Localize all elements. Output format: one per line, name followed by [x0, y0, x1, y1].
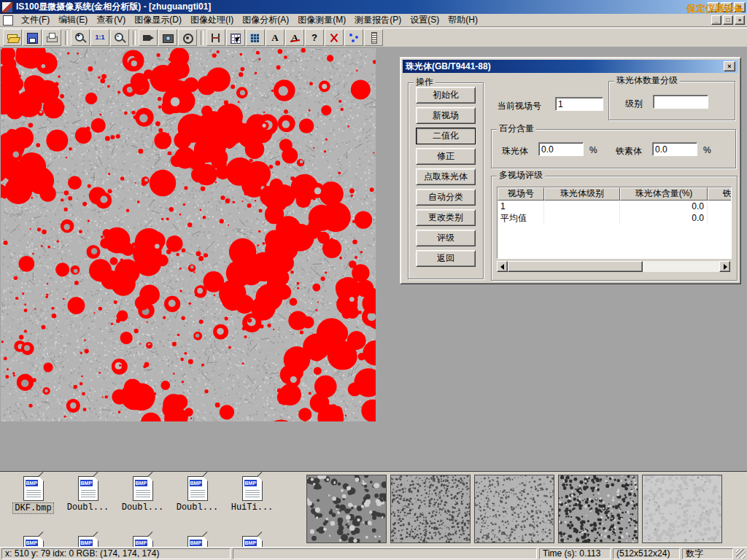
vendor-watermark: 保定仪器设备: [686, 2, 743, 15]
capture-button[interactable]: [158, 29, 177, 46]
resize-grip[interactable]: [736, 549, 746, 559]
percent-group: 百分含量 珠光体 % 铁素体 %: [491, 129, 736, 168]
menu-item-2[interactable]: 查看(V): [92, 13, 130, 27]
menu-item-6[interactable]: 图像测量(M): [293, 13, 350, 27]
table-cell: [708, 212, 732, 224]
thumbnail-3[interactable]: [474, 475, 554, 543]
actual-size-button[interactable]: 1:1: [90, 29, 109, 46]
thumbnail-1[interactable]: [306, 475, 387, 543]
table-cell: [708, 201, 732, 212]
menu-item-4[interactable]: 图像处理(I): [186, 13, 238, 27]
open-folder-button[interactable]: [3, 29, 22, 46]
caliper-button[interactable]: [206, 29, 225, 46]
dialog-title-bar[interactable]: 珠光体(GB/T9441-88) ×: [403, 60, 738, 73]
points-button[interactable]: [344, 29, 363, 46]
cut-button[interactable]: [325, 29, 344, 46]
table-row-0[interactable]: 10.0: [498, 201, 731, 212]
file-item-partial-1[interactable]: BMP: [61, 536, 115, 547]
image-size-status: (512x512x24): [613, 548, 680, 559]
op-button-7[interactable]: 评级: [416, 230, 476, 246]
table-cell: 平均值: [498, 212, 544, 224]
workspace: 珠光体(GB/T9441-88) × 操作 初始化新视场二值化修正点取珠光体自动…: [0, 47, 747, 471]
ferrite-percent-input[interactable]: [652, 142, 697, 156]
bmp-file-icon: BMP: [242, 476, 263, 501]
open-folder-icon: [7, 32, 19, 44]
grade-level-input[interactable]: [653, 95, 708, 109]
grid-pointer-button[interactable]: [226, 29, 245, 46]
toolbar-separator: [65, 31, 68, 45]
video-camera-button[interactable]: [139, 29, 158, 46]
mdi-close-button[interactable]: ×: [735, 15, 745, 25]
op-button-3[interactable]: 修正: [416, 148, 476, 165]
scroll-left-button[interactable]: [497, 261, 508, 272]
menu-item-5[interactable]: 图像分析(A): [238, 13, 293, 27]
menu-item-0[interactable]: 文件(F): [17, 13, 54, 27]
multi-field-group-label: 多视场评级: [497, 171, 545, 180]
grade-level-label: 级别: [625, 98, 643, 110]
pearlite-percent-sign: %: [589, 145, 597, 155]
scroll-right-button[interactable]: [719, 261, 730, 272]
table-horizontal-scrollbar[interactable]: [497, 261, 730, 272]
file-item-4[interactable]: BMPHuiTi...: [225, 476, 279, 513]
current-field-input[interactable]: [555, 97, 603, 111]
op-button-5[interactable]: 自动分类: [416, 189, 476, 206]
file-item-1[interactable]: BMPDoubl...: [61, 476, 115, 513]
table-row-1[interactable]: 平均值0.0: [498, 212, 731, 224]
mdi-window-controls: _ □ ×: [710, 15, 745, 25]
zoom-out-button[interactable]: -: [110, 29, 129, 46]
mdi-document-icon: [3, 15, 13, 26]
bmp-file-icon: BMP: [23, 476, 44, 501]
text-strike-icon: A: [289, 32, 301, 44]
dialog-title: 珠光体(GB/T9441-88): [406, 61, 491, 73]
thumbnail-5[interactable]: [642, 475, 722, 543]
mdi-restore-button[interactable]: □: [723, 15, 733, 25]
count-grid-button[interactable]: [246, 29, 265, 46]
target-button[interactable]: [178, 29, 197, 46]
op-button-1[interactable]: 新视场: [416, 107, 476, 124]
menu-items: 文件(F)编辑(E)查看(V)图像显示(D)图像处理(I)图像分析(A)图像测量…: [17, 13, 482, 27]
dialog-close-button[interactable]: ×: [724, 61, 735, 71]
file-item-partial-0[interactable]: BMP: [6, 536, 61, 547]
file-name: Doubl...: [120, 502, 166, 513]
ruler-button[interactable]: [364, 29, 383, 46]
menu-item-8[interactable]: 设置(S): [406, 13, 444, 27]
file-item-2[interactable]: BMPDoubl...: [115, 476, 170, 513]
help-icon: ?: [309, 32, 321, 44]
micrograph-image[interactable]: [1, 48, 376, 421]
file-item-0[interactable]: BMPDKF.bmp: [6, 476, 61, 514]
print-button[interactable]: [42, 29, 61, 46]
menu-item-7[interactable]: 测量报告(P): [350, 13, 406, 27]
multi-field-group: 多视场评级 视场号珠光体级别珠光体含量(%)铁素体含量(%) 10.0平均值0.…: [491, 176, 738, 281]
thumbnail-2[interactable]: [390, 475, 471, 543]
help-button[interactable]: ?: [305, 29, 324, 46]
points-icon: [348, 32, 360, 44]
text-strike-button[interactable]: A: [285, 29, 304, 46]
table-cell: 0.0: [620, 212, 708, 224]
menu-item-1[interactable]: 编辑(E): [54, 13, 92, 27]
table-header-0: 视场号: [498, 187, 544, 201]
op-button-8[interactable]: 返回: [416, 250, 476, 267]
mdi-minimize-button[interactable]: _: [711, 15, 721, 25]
thumbnail-4[interactable]: [558, 475, 638, 543]
pearlite-percent-input[interactable]: [538, 142, 584, 156]
save-button[interactable]: [23, 29, 42, 46]
title-bar[interactable]: IS100显微摄像系统(金相分析版) - [zhuguangti01] _ □ …: [0, 0, 747, 14]
file-item-partial-4[interactable]: BMP: [225, 536, 279, 547]
file-item-3[interactable]: BMPDoubl...: [170, 476, 225, 513]
file-item-partial-2[interactable]: BMP: [115, 536, 170, 547]
ferrite-percent-sign: %: [703, 145, 711, 155]
table-header-2: 珠光体含量(%): [620, 187, 708, 201]
op-button-6[interactable]: 更改类别: [416, 209, 476, 226]
print-icon: [46, 32, 58, 44]
op-button-2[interactable]: 二值化: [416, 128, 476, 144]
zoom-in-button[interactable]: +: [71, 29, 90, 46]
text-label-button[interactable]: A: [266, 29, 285, 46]
scrollbar-thumb[interactable]: [508, 261, 643, 272]
operations-group: 操作 初始化新视场二值化修正点取珠光体自动分类更改类别评级返回: [408, 82, 484, 279]
scrollbar-track[interactable]: [643, 261, 719, 272]
menu-item-9[interactable]: 帮助(H): [444, 13, 482, 27]
file-item-partial-3[interactable]: BMP: [170, 536, 225, 547]
op-button-0[interactable]: 初始化: [416, 87, 476, 104]
op-button-4[interactable]: 点取珠光体: [416, 168, 476, 185]
menu-item-3[interactable]: 图像显示(D): [130, 13, 186, 27]
